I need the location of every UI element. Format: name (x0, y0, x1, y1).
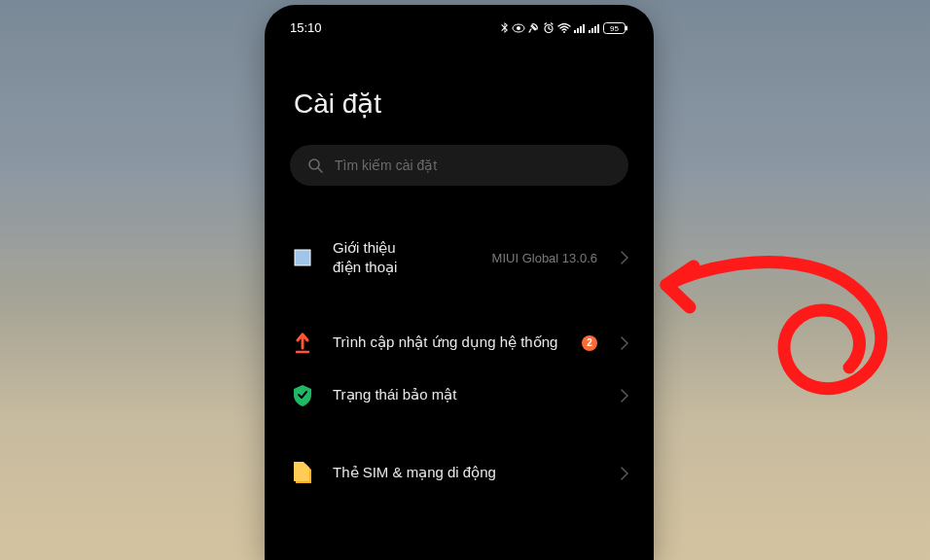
security-icon (290, 383, 315, 408)
signal-1-icon (574, 23, 586, 33)
about-phone-icon (290, 245, 315, 270)
chevron-right-icon (621, 336, 628, 350)
phone-screen: 15:10 95 Cài đặt Tìm kiếm cài đặt (270, 11, 648, 554)
alarm-icon (543, 22, 554, 34)
sim-label: Thẻ SIM & mạng di động (333, 463, 597, 482)
svg-rect-8 (589, 30, 590, 33)
settings-item-security-status[interactable]: Trạng thái bảo mật (290, 369, 628, 422)
battery-icon: 95 (603, 22, 628, 34)
status-bar: 15:10 95 (270, 11, 648, 41)
svg-rect-7 (583, 24, 585, 33)
updater-label: Trình cập nhật ứng dụng hệ thống (333, 332, 564, 352)
eye-icon (512, 23, 525, 33)
search-placeholder: Tìm kiếm cài đặt (335, 158, 437, 173)
status-icons: 95 (501, 22, 628, 34)
about-phone-label: Giới thiệu điện thoại (333, 238, 475, 278)
svg-point-1 (517, 26, 520, 30)
security-label: Trạng thái bảo mật (333, 385, 597, 404)
status-time: 15:10 (290, 20, 322, 35)
svg-text:95: 95 (610, 24, 619, 33)
svg-line-16 (318, 168, 322, 172)
search-input[interactable]: Tìm kiếm cài đặt (290, 145, 628, 186)
chevron-right-icon (621, 251, 628, 264)
svg-rect-4 (574, 30, 576, 33)
wifi-icon (557, 23, 571, 33)
svg-rect-11 (597, 24, 599, 33)
settings-content: Cài đặt Tìm kiếm cài đặt Giới thiệu điện… (270, 88, 648, 500)
svg-rect-5 (577, 28, 579, 33)
updater-icon (290, 331, 315, 356)
svg-rect-6 (580, 26, 582, 33)
search-icon (307, 158, 323, 173)
svg-rect-17 (295, 250, 310, 265)
settings-item-about-phone[interactable]: Giới thiệu điện thoại MIUI Global 13.0.6 (290, 225, 628, 292)
about-phone-value: MIUI Global 13.0.6 (492, 251, 597, 265)
settings-item-system-updater[interactable]: Trình cập nhật ứng dụng hệ thống 2 (290, 317, 628, 369)
svg-point-3 (563, 31, 565, 33)
sim-icon (290, 461, 315, 486)
phone-frame: 15:10 95 Cài đặt Tìm kiếm cài đặt (265, 5, 654, 560)
svg-rect-13 (626, 25, 627, 30)
annotation-arrow (637, 231, 929, 445)
svg-rect-9 (591, 28, 593, 33)
settings-item-sim-network[interactable]: Thẻ SIM & mạng di động (290, 447, 628, 500)
signal-2-icon (589, 23, 600, 33)
bluetooth-icon (501, 22, 509, 34)
updater-badge: 2 (582, 335, 597, 351)
chevron-right-icon (621, 467, 628, 480)
page-title: Cài đặt (294, 88, 628, 120)
vibrate-icon (528, 22, 540, 34)
chevron-right-icon (621, 389, 628, 402)
svg-rect-10 (594, 26, 596, 33)
